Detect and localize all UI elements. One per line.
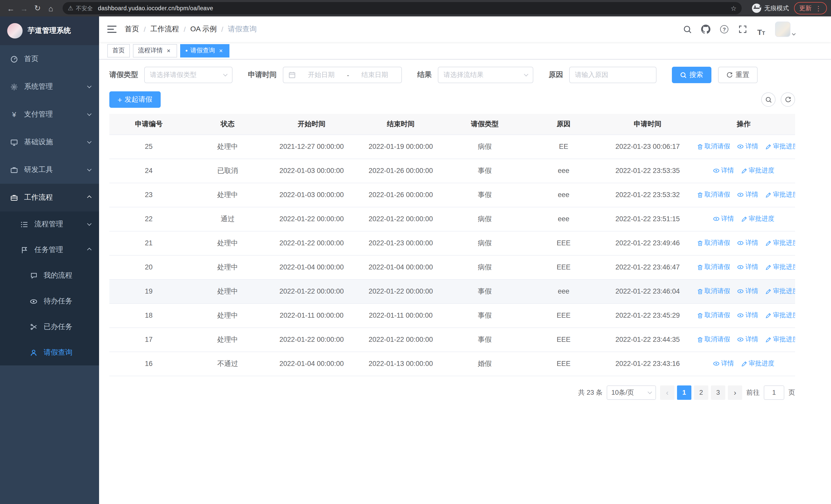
sidebar-item-system-mgmt[interactable]: 系统管理 xyxy=(0,73,99,100)
fullscreen-icon[interactable] xyxy=(736,23,749,36)
reason-label: 原因 xyxy=(549,70,563,80)
address-bar[interactable]: ⚠ 不安全 dashboard.yudao.iocoder.cn/bpm/oa/… xyxy=(63,2,742,14)
approval-progress-link[interactable]: 审批进度 xyxy=(765,142,795,151)
pen-icon xyxy=(765,336,771,343)
sidebar-toggle-button[interactable] xyxy=(107,26,116,33)
tab-process-detail[interactable]: 流程详情 × xyxy=(133,44,177,57)
tab-leave-query[interactable]: ● 请假查询 × xyxy=(180,44,229,57)
sidebar-item-leave-query[interactable]: 请假查询 xyxy=(0,340,99,365)
sidebar-item-label: 研发工具 xyxy=(24,165,82,175)
detail-link[interactable]: 详情 xyxy=(713,166,734,175)
sidebar-item-label: 待办任务 xyxy=(44,297,91,306)
browser-reload-button[interactable]: ↻ xyxy=(31,2,44,15)
bookmark-star-icon[interactable]: ☆ xyxy=(730,4,737,12)
total-count: 共 23 条 xyxy=(578,388,603,397)
tab-home[interactable]: 首页 xyxy=(107,44,130,57)
sidebar-item-done-tasks[interactable]: 已办任务 xyxy=(0,314,99,340)
refresh-table-button[interactable] xyxy=(781,92,795,107)
next-page-button[interactable]: › xyxy=(728,385,742,399)
cancel-leave-link[interactable]: 取消请假 xyxy=(697,335,730,344)
pagination: 共 23 条 10条/页 ‹ 1 2 3 › 前往 页 xyxy=(109,385,795,399)
approval-progress-link[interactable]: 审批进度 xyxy=(741,214,774,223)
sidebar-item-todo-tasks[interactable]: 待办任务 xyxy=(0,289,99,314)
approval-progress-link[interactable]: 审批进度 xyxy=(765,263,795,271)
breadcrumb-workflow[interactable]: 工作流程 xyxy=(150,25,179,34)
breadcrumb-oa-example[interactable]: OA 示例 xyxy=(191,25,217,34)
apply-time-range-picker[interactable]: 开始日期 - 结束日期 xyxy=(283,67,402,83)
leave-type-select[interactable]: 请选择请假类型 xyxy=(144,67,232,83)
goto-page-input[interactable] xyxy=(764,385,784,399)
cancel-leave-link[interactable]: 取消请假 xyxy=(697,287,730,296)
sidebar-item-workflow[interactable]: 工作流程 xyxy=(0,184,99,211)
table-row: 24 已取消 2022-01-03 00:00:00 2022-01-26 00… xyxy=(109,158,795,183)
sidebar-item-task-mgmt[interactable]: 任务管理 xyxy=(0,237,99,263)
pen-icon xyxy=(741,360,747,367)
reason-input[interactable]: 请输入原因 xyxy=(569,67,657,83)
page-button-3[interactable]: 3 xyxy=(711,385,725,399)
page-size-select[interactable]: 10条/页 xyxy=(607,385,656,399)
cell-status: 处理中 xyxy=(188,135,267,158)
help-icon[interactable]: ? xyxy=(718,23,731,36)
cancel-leave-link[interactable]: 取消请假 xyxy=(697,263,730,271)
chevron-down-icon xyxy=(87,167,92,171)
approval-progress-link[interactable]: 审批进度 xyxy=(765,239,795,247)
browser-forward-button[interactable]: → xyxy=(18,2,31,15)
sidebar-item-home[interactable]: 首页 xyxy=(0,45,99,73)
approval-progress-link[interactable]: 审批进度 xyxy=(765,311,795,320)
detail-link[interactable]: 详情 xyxy=(737,263,758,271)
approval-progress-link[interactable]: 审批进度 xyxy=(741,166,774,175)
font-size-icon[interactable]: TT xyxy=(754,23,768,36)
breadcrumb-home[interactable]: 首页 xyxy=(125,25,139,34)
detail-link[interactable]: 详情 xyxy=(737,190,758,199)
toggle-search-button[interactable] xyxy=(761,92,776,107)
detail-link[interactable]: 详情 xyxy=(713,359,734,368)
table-row: 23 处理中 2022-01-03 00:00:00 2022-01-26 00… xyxy=(109,183,795,207)
cancel-leave-link[interactable]: 取消请假 xyxy=(697,190,730,199)
cancel-leave-link[interactable]: 取消请假 xyxy=(697,311,730,320)
sidebar-item-my-process[interactable]: 我的流程 xyxy=(0,263,99,289)
app-logo[interactable]: 芋道管理系统 xyxy=(0,17,99,45)
main-content: 请假类型 请选择请假类型 申请时间 开始日期 xyxy=(99,60,831,504)
sidebar-item-payment-mgmt[interactable]: ¥ 支付管理 xyxy=(0,100,99,128)
page-button-1[interactable]: 1 xyxy=(677,385,691,399)
github-icon[interactable] xyxy=(699,23,712,36)
approval-progress-link[interactable]: 审批进度 xyxy=(765,335,795,344)
create-leave-button[interactable]: + 发起请假 xyxy=(109,91,161,108)
search-button[interactable]: 搜索 xyxy=(672,67,711,83)
sidebar-item-process-mgmt[interactable]: 流程管理 xyxy=(0,211,99,237)
detail-link[interactable]: 详情 xyxy=(737,335,758,344)
filter-form: 请假类型 请选择请假类型 申请时间 开始日期 xyxy=(109,67,795,83)
avatar[interactable] xyxy=(775,22,791,37)
screen: ← → ↻ ⌂ ⚠ 不安全 dashboard.yudao.iocoder.cn… xyxy=(0,0,831,504)
detail-link[interactable]: 详情 xyxy=(737,142,758,151)
user-menu[interactable] xyxy=(775,22,795,37)
approval-progress-link[interactable]: 审批进度 xyxy=(765,287,795,296)
search-icon[interactable] xyxy=(681,23,694,36)
security-indicator[interactable]: ⚠ 不安全 xyxy=(68,4,93,12)
cell-end-time: 2022-01-23 00:00:00 xyxy=(356,231,445,255)
sidebar-item-dev-tools[interactable]: 研发工具 xyxy=(0,156,99,184)
result-select[interactable]: 请选择流结果 xyxy=(438,67,533,83)
browser-update-button[interactable]: 更新 ⋮ xyxy=(794,2,827,14)
approval-progress-link[interactable]: 审批进度 xyxy=(765,190,795,199)
approval-progress-link[interactable]: 审批进度 xyxy=(741,359,774,368)
browser-menu-icon[interactable]: ⋮ xyxy=(815,4,822,12)
sidebar-item-label: 请假查询 xyxy=(44,348,91,357)
close-icon[interactable]: × xyxy=(165,47,172,54)
cell-end-time: 2022-01-22 00:00:00 xyxy=(356,327,445,352)
reset-button[interactable]: 重置 xyxy=(718,67,757,83)
sidebar-item-infrastructure[interactable]: 基础设施 xyxy=(0,128,99,156)
cancel-leave-link[interactable]: 取消请假 xyxy=(697,239,730,247)
page-button-2[interactable]: 2 xyxy=(694,385,708,399)
detail-link[interactable]: 详情 xyxy=(737,287,758,295)
detail-link[interactable]: 详情 xyxy=(737,238,758,247)
close-icon[interactable]: × xyxy=(218,47,224,54)
detail-link[interactable]: 详情 xyxy=(737,311,758,320)
browser-home-button[interactable]: ⌂ xyxy=(44,2,57,15)
detail-link[interactable]: 详情 xyxy=(713,214,734,223)
cancel-leave-link[interactable]: 取消请假 xyxy=(697,142,730,151)
plus-icon: + xyxy=(118,96,122,103)
prev-page-button[interactable]: ‹ xyxy=(660,385,675,399)
browser-back-button[interactable]: ← xyxy=(4,2,18,15)
eye-icon xyxy=(737,239,744,246)
